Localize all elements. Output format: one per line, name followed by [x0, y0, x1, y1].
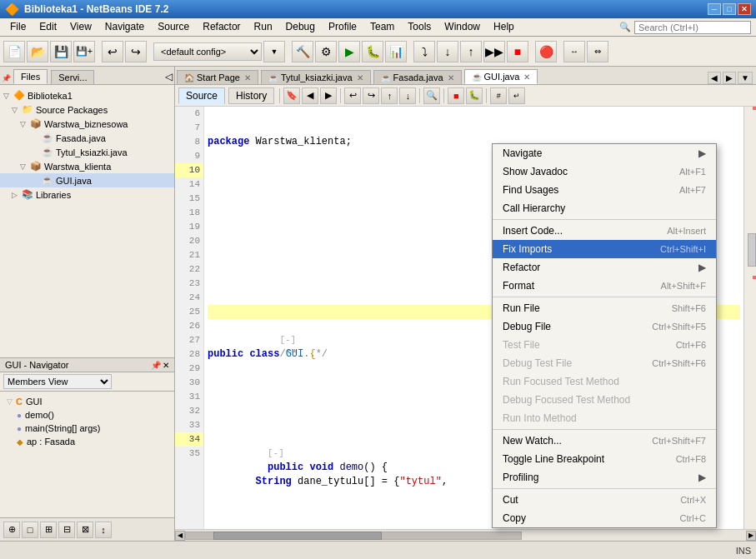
tree-fasada[interactable]: ☕ Fasada.java — [0, 131, 174, 145]
nav-view-select[interactable]: Members View — [3, 374, 112, 389]
cm-insert-code[interactable]: Insert Code... Alt+Insert — [493, 222, 716, 240]
menu-source[interactable]: Source — [151, 19, 196, 34]
tab-dropdown-arrow[interactable]: ▼ — [738, 72, 753, 84]
tab-tytul[interactable]: ☕ Tytul_ksiazki.java ✕ — [261, 70, 371, 84]
nav-field-ap[interactable]: ◆ ap : Fasada — [0, 435, 174, 448]
next-occurrence-button[interactable]: ↓ — [399, 87, 416, 104]
tab-fasada[interactable]: ☕ Fasada.java ✕ — [373, 70, 462, 84]
continue-button[interactable]: ▶▶ — [483, 41, 505, 62]
cm-new-watch[interactable]: New Watch... Ctrl+Shift+F7 — [493, 432, 716, 450]
prev-edit-button[interactable]: ↩ — [344, 87, 361, 104]
minimize-button[interactable]: ─ — [708, 3, 721, 15]
goto-source-button[interactable]: ↔ — [563, 41, 585, 62]
step-out-button[interactable]: ↑ — [460, 41, 482, 62]
nav-pin-button[interactable]: 📌 — [151, 361, 161, 370]
toggle-line-nums-button[interactable]: # — [490, 87, 507, 104]
tree-tytul[interactable]: ☕ Tytul_ksiazki.java — [0, 145, 174, 159]
tab-close-button[interactable]: ✕ — [448, 73, 454, 82]
tree-root[interactable]: ▽ 🔶 Biblioteka1 — [0, 88, 174, 102]
cm-fix-imports[interactable]: Fix Imports Ctrl+Shift+I — [493, 240, 716, 258]
cm-show-javadoc[interactable]: Show Javadoc Alt+F1 — [493, 162, 716, 181]
panel-pin-button[interactable]: 📌 — [0, 72, 12, 84]
toggle-breakpoint-button[interactable]: 🔴 — [535, 41, 557, 62]
cm-cut[interactable]: Cut Ctrl+X — [493, 491, 716, 509]
redo-button[interactable]: ↪ — [125, 41, 147, 62]
build-project-button[interactable]: 🔨 — [292, 41, 313, 62]
scroll-left-button[interactable]: ◀ — [175, 531, 185, 541]
nav-btn1[interactable]: ⊕ — [3, 522, 20, 538]
profile-project-button[interactable]: 📊 — [385, 41, 407, 62]
next-edit-button[interactable]: ↪ — [363, 87, 379, 104]
cm-toggle-breakpoint[interactable]: Toggle Line Breakpoint Ctrl+F8 — [493, 450, 716, 468]
menu-view[interactable]: View — [63, 19, 98, 34]
find-button[interactable]: 🔍 — [423, 87, 440, 104]
prev-occurrence-button[interactable]: ↑ — [381, 87, 398, 104]
step-over-button[interactable]: ⤵ — [413, 41, 435, 62]
tree-libraries[interactable]: ▷ 📚 Libraries — [0, 187, 174, 202]
menu-window[interactable]: Window — [438, 19, 487, 34]
tab-right-arrow[interactable]: ▶ — [723, 72, 736, 84]
goto-source-btn2[interactable]: ⇔ — [587, 41, 608, 62]
nav-btn3[interactable]: ⊞ — [40, 522, 57, 538]
editor-scrollbar[interactable] — [743, 107, 756, 529]
nav-btn6[interactable]: ↕ — [95, 522, 112, 538]
source-tab[interactable]: Source — [178, 87, 225, 104]
new-project-button[interactable]: 📄 — [3, 41, 25, 62]
save-all-button[interactable]: 💾+ — [73, 41, 95, 62]
cm-profiling[interactable]: Profiling ▶ — [493, 468, 716, 487]
menu-team[interactable]: Team — [363, 19, 401, 34]
next-bookmark-button[interactable]: ▶ — [320, 87, 337, 104]
fold-handle[interactable]: [-] — [279, 335, 296, 345]
fold-handle[interactable]: [-] — [268, 448, 284, 458]
cm-call-hierarchy[interactable]: Call Hierarchy — [493, 199, 716, 217]
close-button[interactable]: ✕ — [738, 3, 751, 15]
menu-profile[interactable]: Profile — [322, 19, 363, 34]
menu-run[interactable]: Run — [248, 19, 279, 34]
prev-bookmark-button[interactable]: ◀ — [302, 87, 318, 104]
undo-button[interactable]: ↩ — [102, 41, 123, 62]
cm-copy[interactable]: Copy Ctrl+C — [493, 509, 716, 527]
panel-collapse-button[interactable]: ◁ — [163, 69, 174, 84]
wrap-lines-button[interactable]: ↵ — [508, 87, 525, 104]
tab-left-arrow[interactable]: ◀ — [708, 72, 721, 84]
nav-close-button[interactable]: ✕ — [163, 361, 169, 370]
tab-close-button[interactable]: ✕ — [523, 72, 530, 82]
cm-format[interactable]: Format Alt+Shift+F — [493, 277, 716, 295]
menu-navigate[interactable]: Navigate — [98, 19, 151, 34]
menu-file[interactable]: File — [3, 19, 33, 34]
nav-btn5[interactable]: ⊠ — [77, 522, 93, 538]
cm-navigate[interactable]: Navigate ▶ — [493, 144, 716, 162]
search-input[interactable] — [634, 21, 751, 34]
scroll-right-button[interactable]: ▶ — [746, 531, 756, 541]
tree-source-packages[interactable]: ▽ 📁 Source Packages — [0, 102, 174, 117]
tab-close-button[interactable]: ✕ — [357, 73, 363, 82]
nav-root[interactable]: ▽ C GUI — [0, 395, 174, 408]
save-button[interactable]: 💾 — [50, 41, 72, 62]
menu-tools[interactable]: Tools — [401, 19, 438, 34]
history-tab[interactable]: History — [228, 87, 274, 104]
toggle-bookmark-button[interactable]: 🔖 — [283, 87, 300, 104]
stop-button[interactable]: ■ — [507, 41, 528, 62]
menu-debug[interactable]: Debug — [279, 19, 322, 34]
horizontal-scrollbar[interactable]: ◀ ▶ — [175, 529, 756, 541]
nav-btn4[interactable]: ⊟ — [58, 522, 75, 538]
cm-run-file[interactable]: Run File Shift+F6 — [493, 299, 716, 317]
run-project-button[interactable]: ▶ — [338, 41, 360, 62]
config-select[interactable]: <default config> — [153, 42, 262, 61]
cm-refactor[interactable]: Refactor ▶ — [493, 258, 716, 277]
step-into-button[interactable]: ↓ — [437, 41, 458, 62]
debug-button[interactable]: 🐛 — [466, 87, 483, 104]
tab-close-button[interactable]: ✕ — [244, 73, 251, 82]
config-dropdown-button[interactable]: ▼ — [263, 41, 285, 62]
scrollbar-thumb-h[interactable] — [213, 532, 382, 540]
cm-find-usages[interactable]: Find Usages Alt+F7 — [493, 181, 716, 199]
tab-gui[interactable]: ☕ GUI.java ✕ — [464, 69, 538, 84]
nav-btn2[interactable]: □ — [22, 522, 38, 538]
cm-debug-file[interactable]: Debug File Ctrl+Shift+F5 — [493, 317, 716, 336]
tab-services[interactable]: Servi... — [51, 70, 94, 84]
tab-files[interactable]: Files — [13, 69, 48, 84]
stop-debug-button[interactable]: ■ — [448, 87, 464, 104]
clean-build-button[interactable]: ⚙ — [315, 41, 337, 62]
scrollbar-thumb[interactable] — [748, 233, 756, 267]
tab-start-page[interactable]: 🏠 Start Page ✕ — [177, 70, 258, 84]
